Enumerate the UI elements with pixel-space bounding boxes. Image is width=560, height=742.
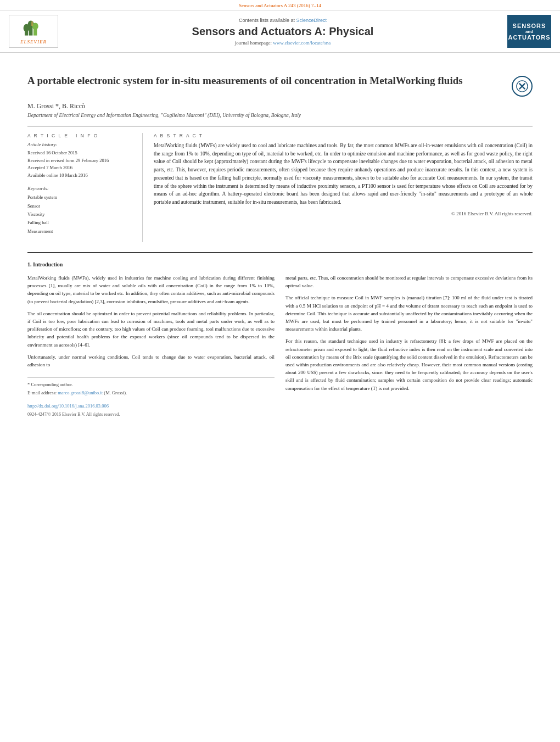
keywords-label: Keywords: <box>27 186 135 191</box>
section-divider <box>27 252 533 253</box>
keyword-4: Falling ball <box>27 219 135 227</box>
email-label: E-mail address: <box>27 390 57 395</box>
body-right-column: metal parts, etc. Thus, oil concentratio… <box>285 274 533 418</box>
svg-rect-2 <box>33 29 37 36</box>
sensors-logo: SENSORS and ACTUATORS <box>507 15 551 48</box>
history-label: Article history: <box>27 142 135 147</box>
sensors-logo-actuators: ACTUATORS <box>508 34 550 41</box>
journal-ref: Sensors and Actuators A 243 (2016) 7–14 <box>239 3 321 8</box>
keyword-1: Portable system <box>27 193 135 202</box>
elsevier-brand: ELSEVIER <box>20 39 47 44</box>
abstract-label: A B S T R A C T <box>154 133 533 138</box>
article-info-label: A R T I C L E I N F O <box>27 133 135 138</box>
email-footnote: E-mail address: marco.grossi8@unibo.it (… <box>27 389 275 397</box>
intro-heading: 1. Introduction <box>27 261 533 267</box>
email-name: (M. Grossi). <box>104 390 127 395</box>
intro-right-para-1: metal parts, etc. Thus, oil concentratio… <box>285 274 533 289</box>
copyright-footer: 0924-4247/© 2016 Elsevier B.V. All right… <box>27 411 275 418</box>
svg-point-5 <box>32 23 38 30</box>
doi-link[interactable]: http://dx.doi.org/10.1016/j.sna.2016.03.… <box>27 403 109 409</box>
abstract-text: MetalWorking fluids (MWFs) are widely us… <box>154 142 533 207</box>
intro-para-1: MetalWorking fluids (MWFs), widely used … <box>27 274 275 305</box>
elsevier-logo: ELSEVIER <box>9 15 58 48</box>
crossmark-logo <box>512 76 533 97</box>
email-link[interactable]: marco.grossi8@unibo.it <box>58 390 103 395</box>
sensors-logo-and: and <box>525 29 533 34</box>
article-info-column: A R T I C L E I N F O Article history: R… <box>27 133 143 242</box>
keyword-2: Sensor <box>27 202 135 210</box>
received-date: Received 16 October 2015 <box>27 149 135 157</box>
doi-line: http://dx.doi.org/10.1016/j.sna.2016.03.… <box>27 403 275 410</box>
svg-rect-6 <box>31 21 33 26</box>
corresponding-footnote: * Corresponding author. <box>27 381 275 388</box>
article-title-row: A portable electronic system for in-situ… <box>27 74 533 97</box>
sensors-logo-sensors: SENSORS <box>513 23 546 29</box>
online-date: Available online 10 March 2016 <box>27 172 135 180</box>
homepage-url[interactable]: www.elsevier.com/locate/sna <box>273 40 331 46</box>
accepted-date: Accepted 7 March 2016 <box>27 164 135 172</box>
intro-right-para-3: For this reason, the standard technique … <box>285 337 533 392</box>
journal-title-area: Contents lists available at ScienceDirec… <box>58 18 507 46</box>
journal-reference-bar: Sensors and Actuators A 243 (2016) 7–14 <box>0 0 560 10</box>
journal-header: ELSEVIER Contents lists available at Sci… <box>0 10 560 53</box>
journal-homepage-line: journal homepage: www.elsevier.com/locat… <box>58 40 507 46</box>
article-history: Article history: Received 16 October 201… <box>27 142 135 179</box>
body-left-column: MetalWorking fluids (MWFs), widely used … <box>27 274 275 418</box>
intro-para-2: The oil concentration should be optimize… <box>27 310 275 349</box>
keyword-3: Viscosity <box>27 210 135 219</box>
keyword-5: Measurement <box>27 227 135 236</box>
article-title: A portable electronic system for in-situ… <box>27 74 463 88</box>
journal-main-title: Sensors and Actuators A: Physical <box>58 25 507 38</box>
intro-para-3: Unfortunately, under normal working cond… <box>27 353 275 369</box>
revised-date: Received in revised form 29 February 201… <box>27 157 135 165</box>
affiliation-line: Department of Electrical Energy and Info… <box>27 113 533 118</box>
abstract-column: A B S T R A C T MetalWorking fluids (MWF… <box>154 133 533 242</box>
sciencedirect-link[interactable]: ScienceDirect <box>296 18 327 23</box>
authors-line: M. Grossi *, B. Riccò <box>27 102 533 110</box>
keywords-section: Keywords: Portable system Sensor Viscosi… <box>27 186 135 235</box>
footnotes-area: * Corresponding author. E-mail address: … <box>27 377 275 397</box>
contents-available: Contents lists available at ScienceDirec… <box>58 18 507 23</box>
intro-right-para-2: The official technique to measure Coil i… <box>285 294 533 333</box>
abstract-copyright: © 2016 Elsevier B.V. All rights reserved… <box>154 211 533 216</box>
